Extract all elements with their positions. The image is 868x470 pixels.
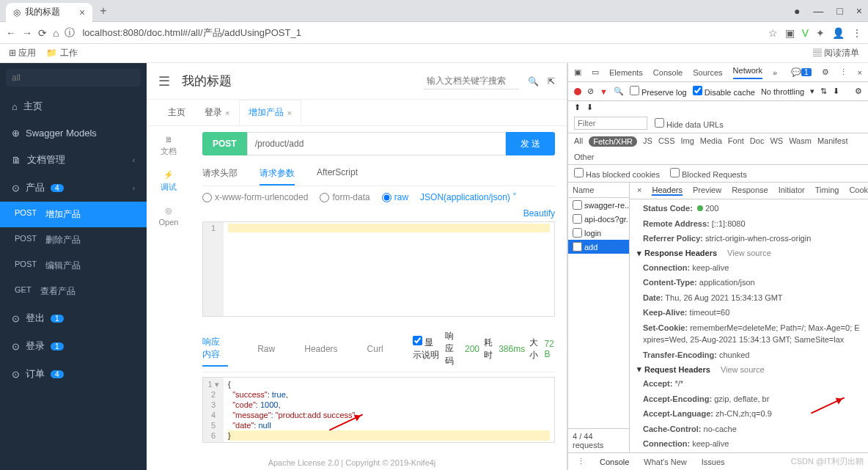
sidebar-item-home[interactable]: ⌂主页 [0,92,147,120]
sidebar-item-edit-product[interactable]: POST编辑产品 [0,253,147,279]
search-icon[interactable]: 🔍 [614,87,624,96]
type-other[interactable]: Other [574,153,595,161]
sidebar-search[interactable] [6,69,141,87]
record-button[interactable] [574,88,581,95]
more-tabs-icon[interactable]: » [773,68,777,77]
menu-icon[interactable]: ⋮ [839,67,847,77]
res-tab-curl[interactable]: Curl [367,339,383,359]
res-tab-content[interactable]: 响应内容 [202,331,228,367]
sidebar-item-add-product[interactable]: POST增加产品 [0,202,147,227]
radio-raw[interactable]: raw [382,192,408,202]
reload-icon[interactable]: ⟳ [38,27,47,39]
disable-cache-check[interactable]: Disable cache [693,86,755,97]
raw-type-select[interactable]: JSON(application/json) ˅ [420,192,517,202]
send-button[interactable]: 发 送 [506,132,555,155]
url-field[interactable]: localhost:8080/doc.html#/all/产品/addUsing… [82,26,760,40]
detail-tab-initiator[interactable]: Initiator [779,186,805,196]
type-all[interactable]: All [574,136,583,147]
network-filter-input[interactable] [574,117,647,130]
type-js[interactable]: JS [643,136,652,147]
preserve-log-check[interactable]: Preserve log [630,86,687,97]
request-body-editor[interactable]: 1 [202,221,555,317]
sidebar-item-login[interactable]: ⊙登录1 [0,332,147,360]
reading-list[interactable]: ▤ 阅读清单 [813,47,859,59]
mode-debug[interactable]: ⚡调试 [161,170,177,193]
gear-icon[interactable]: ⚙ [822,67,829,77]
sidebar-item-swagger-models[interactable]: ⊕Swagger Models [0,120,147,146]
tab-add-product[interactable]: 增加产品× [239,100,301,125]
ext-icon-2[interactable]: V [802,27,809,39]
filter-icon[interactable]: ▼ [600,87,608,96]
radio-form-data[interactable]: form-data [320,192,369,202]
dt-tab-network[interactable]: Network [733,66,762,79]
type-img[interactable]: Img [681,136,694,147]
hide-data-urls-check[interactable]: Hide data URLs [655,118,724,129]
tab-afterscript[interactable]: AfterScript [317,163,358,186]
name-column-header[interactable]: Name [568,183,629,198]
tab-req-header[interactable]: 请求头部 [202,163,238,186]
sidebar-item-view-product[interactable]: GET查看产品 [0,279,147,304]
new-tab-button[interactable]: + [100,4,106,18]
throttle-select[interactable]: No throttling [761,87,804,96]
mode-open[interactable]: ◎Open [159,206,179,227]
apps-icon[interactable]: ⊞ 应用 [9,47,36,59]
doc-search-input[interactable] [424,73,519,89]
sidebar-item-delete-product[interactable]: POST删除产品 [0,227,147,253]
request-row[interactable]: login [568,226,629,240]
clear-icon[interactable]: ⊘ [587,87,594,96]
path-input[interactable]: /product/add [247,132,506,155]
info-icon[interactable]: ⓘ [65,26,75,40]
close-icon[interactable]: × [287,109,291,117]
dt-tab-console[interactable]: Console [653,68,683,77]
menu-toggle-icon[interactable]: ☰ [158,73,170,89]
expand-icon[interactable]: ⇱ [548,76,555,87]
max-icon[interactable]: □ [836,5,842,17]
tab-login[interactable]: 登录× [195,100,239,125]
show-desc-check[interactable]: 显示说明 [413,336,441,361]
import-icon[interactable]: ⬇ [586,103,593,112]
request-row[interactable]: swagger-re... [568,198,629,212]
sidebar-item-docs[interactable]: 🗎文档管理‹ [0,146,147,174]
gear-icon[interactable]: ⚙ [855,87,862,96]
puzzle-icon[interactable]: ✦ [816,27,825,39]
type-wasm[interactable]: Wasm [789,136,812,147]
bookmark-folder[interactable]: 📁 工作 [46,47,77,59]
close-icon[interactable]: × [225,109,229,117]
close-detail-icon[interactable]: × [637,186,641,196]
min-icon[interactable]: — [813,5,823,17]
drawer-tab-console[interactable]: Console [600,458,629,466]
detail-tab-preview[interactable]: Preview [693,186,721,196]
type-media[interactable]: Media [700,136,722,147]
blocked-cookies-check[interactable]: Has blocked cookies [574,168,660,179]
detail-tab-response[interactable]: Response [732,186,768,196]
drawer-toggle-icon[interactable]: ⋮ [577,457,585,466]
download-icon[interactable]: ⬇ [833,87,839,96]
export-icon[interactable]: ⬆ [574,103,581,112]
sidebar-item-order[interactable]: ⊙订单4 [0,360,147,388]
dt-tab-sources[interactable]: Sources [693,68,722,77]
star-icon[interactable]: ☆ [768,27,778,39]
tab-req-params[interactable]: 请求参数 [260,163,295,186]
close-icon[interactable]: × [856,5,862,17]
type-manifest[interactable]: Manifest [817,136,848,147]
sidebar-item-logout[interactable]: ⊙登出1 [0,304,147,332]
tab-home[interactable]: 主页 [158,100,195,125]
type-css[interactable]: CSS [658,136,675,147]
browser-tab[interactable]: ◎ 我的标题 × [6,3,92,22]
drawer-tab-whatsnew[interactable]: What's New [644,458,686,466]
error-badge[interactable]: 💬1 [791,67,812,77]
detail-tab-headers[interactable]: Headers [652,186,683,196]
wifi-icon[interactable]: ⇅ [820,87,827,96]
request-row-selected[interactable]: add [568,240,629,254]
profile-icon[interactable]: 👤 [832,27,845,39]
request-row[interactable]: api-docs?gr... [568,212,629,226]
close-devtools-icon[interactable]: × [858,68,862,77]
type-ws[interactable]: WS [770,136,783,147]
device-icon[interactable]: ▭ [592,67,599,77]
home-icon[interactable]: ⌂ [53,27,59,39]
detail-tab-cookies[interactable]: Cookies [849,186,868,196]
drawer-tab-issues[interactable]: Issues [702,458,725,466]
inspect-icon[interactable]: ▣ [574,67,581,77]
type-fetch[interactable]: Fetch/XHR [589,136,637,147]
search-icon[interactable]: 🔍 [528,76,539,87]
